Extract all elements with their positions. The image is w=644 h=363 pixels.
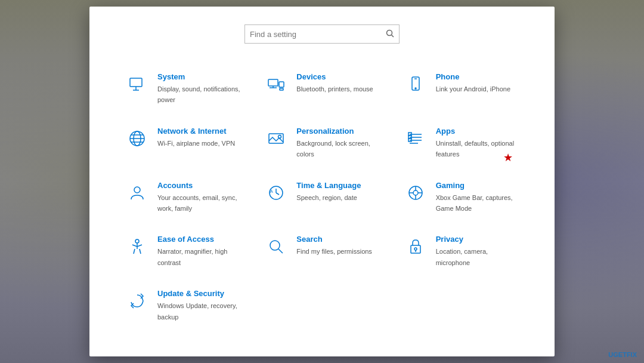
svg-point-38 xyxy=(135,239,139,243)
setting-item-accounts[interactable]: AccountsYour accounts, email, sync, work… xyxy=(113,170,252,224)
system-title: System xyxy=(157,72,240,81)
personalization-title: Personalization xyxy=(296,127,379,136)
svg-rect-5 xyxy=(268,79,278,86)
time-language-text: Time & LanguageSpeech, region, date xyxy=(296,181,361,202)
privacy-title: Privacy xyxy=(436,235,519,244)
network-text: Network & InternetWi-Fi, airplane mode, … xyxy=(157,127,235,148)
svg-point-0 xyxy=(387,30,392,35)
personalization-text: PersonalizationBackground, lock screen, … xyxy=(296,127,379,159)
devices-text: DevicesBluetooth, printers, mouse xyxy=(296,72,373,94)
svg-point-19 xyxy=(278,135,281,138)
search-icon xyxy=(264,235,288,259)
svg-point-12 xyxy=(415,88,416,89)
search-icon xyxy=(386,29,394,39)
network-desc: Wi-Fi, airplane mode, VPN xyxy=(157,140,235,147)
setting-item-ease-of-access[interactable]: Ease of AccessNarrator, magnifier, high … xyxy=(113,224,252,278)
privacy-desc: Location, camera, microphone xyxy=(436,248,488,266)
ease-of-access-text: Ease of AccessNarrator, magnifier, high … xyxy=(157,235,240,267)
system-text: SystemDisplay, sound, notifications, pow… xyxy=(157,72,240,105)
svg-rect-42 xyxy=(411,245,420,253)
setting-item-time-language[interactable]: A Time & LanguageSpeech, region, date xyxy=(252,170,391,224)
personalization-desc: Background, lock screen, colors xyxy=(296,140,370,158)
devices-icon xyxy=(264,72,288,96)
svg-point-43 xyxy=(414,248,417,250)
ease-of-access-icon xyxy=(125,235,149,259)
search-title: Search xyxy=(296,235,372,244)
search-bar-container xyxy=(113,24,531,44)
gaming-text: GamingXbox Game Bar, captures, Game Mode xyxy=(436,181,519,214)
settings-grid: SystemDisplay, sound, notifications, pow… xyxy=(113,61,531,333)
svg-point-27 xyxy=(134,187,140,193)
setting-item-phone[interactable]: PhoneLink your Android, iPhone xyxy=(392,61,531,116)
devices-desc: Bluetooth, printers, mouse xyxy=(296,85,373,93)
setting-item-apps[interactable]: AppsUninstall, defaults, optional featur… xyxy=(392,116,531,170)
apps-title: Apps xyxy=(436,127,519,136)
svg-rect-2 xyxy=(130,78,142,87)
apps-desc: Uninstall, defaults, optional features xyxy=(436,140,514,158)
ease-of-access-title: Ease of Access xyxy=(157,235,240,244)
star-annotation: ★ xyxy=(503,151,513,164)
svg-rect-6 xyxy=(279,82,284,87)
system-desc: Display, sound, notifications, power xyxy=(157,85,240,103)
apps-icon xyxy=(404,127,428,150)
phone-text: PhoneLink your Android, iPhone xyxy=(436,72,510,94)
search-desc: Find my files, permissions xyxy=(296,248,372,255)
update-security-icon xyxy=(125,289,149,313)
network-icon xyxy=(125,127,149,150)
ease-of-access-desc: Narrator, magnifier, high contrast xyxy=(157,248,227,266)
setting-item-update-security[interactable]: Update & SecurityWindows Update, recover… xyxy=(113,278,252,333)
search-bar[interactable] xyxy=(244,24,400,44)
svg-point-40 xyxy=(270,241,280,250)
setting-item-network[interactable]: Network & InternetWi-Fi, airplane mode, … xyxy=(113,116,252,170)
time-language-desc: Speech, region, date xyxy=(296,194,357,201)
svg-line-30 xyxy=(276,193,279,195)
phone-icon xyxy=(404,72,428,96)
system-icon xyxy=(125,72,149,96)
svg-line-41 xyxy=(278,249,283,253)
svg-text:A: A xyxy=(270,189,273,193)
settings-window: SystemDisplay, sound, notifications, pow… xyxy=(89,7,555,356)
search-text: SearchFind my files, permissions xyxy=(296,235,372,256)
gaming-icon xyxy=(404,181,428,205)
svg-rect-9 xyxy=(280,88,283,90)
update-security-text: Update & SecurityWindows Update, recover… xyxy=(157,289,240,322)
phone-desc: Link your Android, iPhone xyxy=(436,85,510,93)
devices-title: Devices xyxy=(296,72,373,81)
svg-line-1 xyxy=(392,35,394,37)
accounts-text: AccountsYour accounts, email, sync, work… xyxy=(157,181,240,214)
phone-title: Phone xyxy=(436,72,510,81)
accounts-title: Accounts xyxy=(157,181,240,190)
setting-item-gaming[interactable]: GamingXbox Game Bar, captures, Game Mode xyxy=(392,170,531,224)
setting-item-privacy[interactable]: PrivacyLocation, camera, microphone xyxy=(392,224,531,278)
time-language-title: Time & Language xyxy=(296,181,361,190)
update-security-title: Update & Security xyxy=(157,289,240,298)
network-title: Network & Internet xyxy=(157,127,235,136)
accounts-desc: Your accounts, email, sync, work, family xyxy=(157,194,237,212)
gaming-desc: Xbox Game Bar, captures, Game Mode xyxy=(436,194,513,212)
setting-item-system[interactable]: SystemDisplay, sound, notifications, pow… xyxy=(113,61,252,116)
setting-item-devices[interactable]: DevicesBluetooth, printers, mouse xyxy=(252,61,391,116)
search-input[interactable] xyxy=(250,30,386,39)
time-language-icon: A xyxy=(264,181,288,205)
accounts-icon xyxy=(125,181,149,205)
svg-point-33 xyxy=(413,190,418,195)
setting-item-personalization[interactable]: PersonalizationBackground, lock screen, … xyxy=(252,116,391,170)
personalization-icon xyxy=(264,127,288,150)
setting-item-search[interactable]: SearchFind my files, permissions xyxy=(252,224,391,278)
watermark: UGETFIX xyxy=(608,351,637,358)
privacy-text: PrivacyLocation, camera, microphone xyxy=(436,235,519,267)
privacy-icon xyxy=(404,235,428,259)
gaming-title: Gaming xyxy=(436,181,519,190)
update-security-desc: Windows Update, recovery, backup xyxy=(157,302,237,320)
